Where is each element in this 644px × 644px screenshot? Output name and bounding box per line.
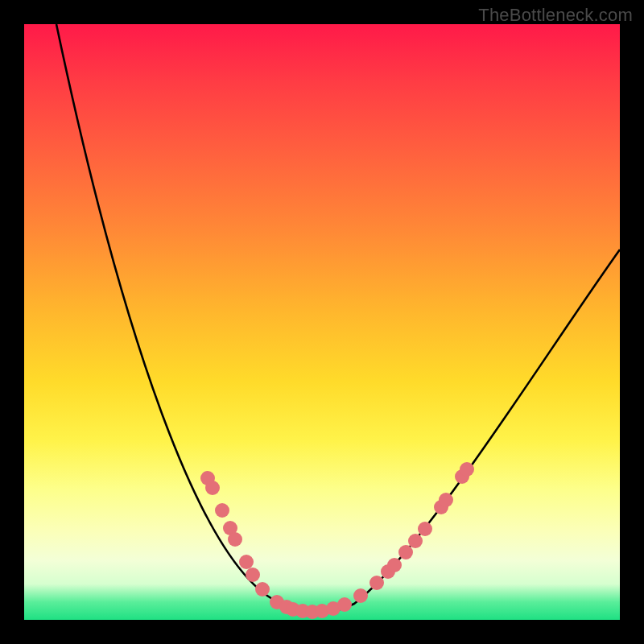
data-marker [239,555,254,569]
data-marker [228,532,242,547]
data-marker [418,522,432,536]
curve-svg [24,24,620,620]
bottleneck-curve [56,24,620,613]
chart-stage: TheBottleneck.com [0,0,644,644]
data-marker [205,481,220,495]
data-marker [246,568,260,582]
data-marker [255,582,270,597]
data-marker [215,503,229,518]
data-marker [398,545,413,559]
watermark-text: TheBottleneck.com [478,5,633,26]
data-marker [439,493,453,507]
plot-area [24,24,620,620]
data-marker [337,597,352,612]
data-marker [387,558,402,572]
data-marker [353,588,368,603]
data-marker [460,462,474,477]
data-marker [369,576,384,590]
markers-group [200,462,474,619]
data-marker [408,534,423,548]
